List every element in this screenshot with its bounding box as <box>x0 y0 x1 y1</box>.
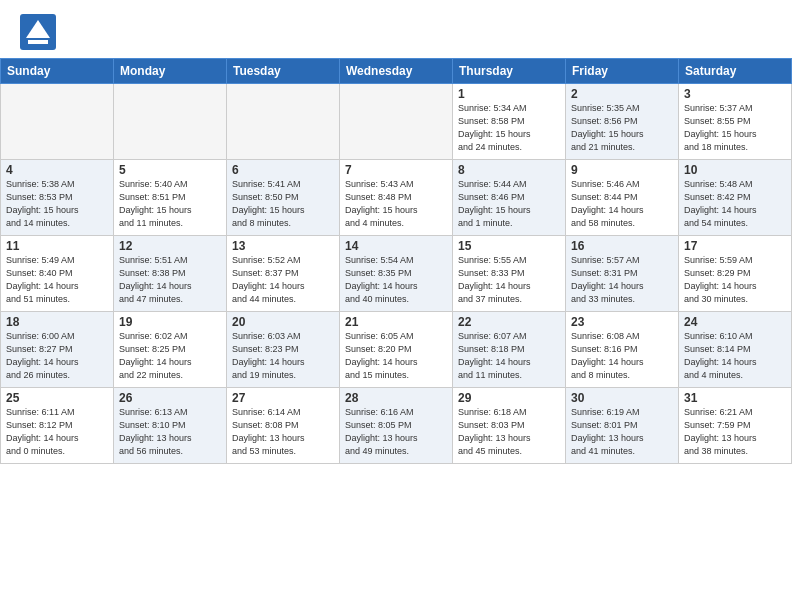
day-info: Sunrise: 5:51 AM Sunset: 8:38 PM Dayligh… <box>119 255 192 304</box>
day-info: Sunrise: 6:03 AM Sunset: 8:23 PM Dayligh… <box>232 331 305 380</box>
day-info: Sunrise: 6:21 AM Sunset: 7:59 PM Dayligh… <box>684 407 757 456</box>
day-info: Sunrise: 5:48 AM Sunset: 8:42 PM Dayligh… <box>684 179 757 228</box>
day-info: Sunrise: 5:37 AM Sunset: 8:55 PM Dayligh… <box>684 103 757 152</box>
day-number: 12 <box>119 239 221 253</box>
calendar-cell: 14Sunrise: 5:54 AM Sunset: 8:35 PM Dayli… <box>340 236 453 312</box>
calendar-header-wednesday: Wednesday <box>340 59 453 84</box>
calendar-header-thursday: Thursday <box>453 59 566 84</box>
calendar-cell <box>1 84 114 160</box>
day-number: 10 <box>684 163 786 177</box>
day-info: Sunrise: 5:34 AM Sunset: 8:58 PM Dayligh… <box>458 103 531 152</box>
day-number: 17 <box>684 239 786 253</box>
calendar-cell: 1Sunrise: 5:34 AM Sunset: 8:58 PM Daylig… <box>453 84 566 160</box>
calendar-cell: 15Sunrise: 5:55 AM Sunset: 8:33 PM Dayli… <box>453 236 566 312</box>
calendar-cell: 5Sunrise: 5:40 AM Sunset: 8:51 PM Daylig… <box>114 160 227 236</box>
calendar-cell: 18Sunrise: 6:00 AM Sunset: 8:27 PM Dayli… <box>1 312 114 388</box>
day-number: 28 <box>345 391 447 405</box>
calendar-cell: 2Sunrise: 5:35 AM Sunset: 8:56 PM Daylig… <box>566 84 679 160</box>
calendar: SundayMondayTuesdayWednesdayThursdayFrid… <box>0 58 792 464</box>
calendar-header-sunday: Sunday <box>1 59 114 84</box>
day-info: Sunrise: 6:16 AM Sunset: 8:05 PM Dayligh… <box>345 407 418 456</box>
day-info: Sunrise: 6:05 AM Sunset: 8:20 PM Dayligh… <box>345 331 418 380</box>
calendar-header-monday: Monday <box>114 59 227 84</box>
calendar-cell: 10Sunrise: 5:48 AM Sunset: 8:42 PM Dayli… <box>679 160 792 236</box>
calendar-cell: 12Sunrise: 5:51 AM Sunset: 8:38 PM Dayli… <box>114 236 227 312</box>
day-number: 14 <box>345 239 447 253</box>
day-number: 5 <box>119 163 221 177</box>
day-number: 21 <box>345 315 447 329</box>
calendar-cell: 29Sunrise: 6:18 AM Sunset: 8:03 PM Dayli… <box>453 388 566 464</box>
day-info: Sunrise: 6:19 AM Sunset: 8:01 PM Dayligh… <box>571 407 644 456</box>
calendar-week-1: 4Sunrise: 5:38 AM Sunset: 8:53 PM Daylig… <box>1 160 792 236</box>
day-info: Sunrise: 5:54 AM Sunset: 8:35 PM Dayligh… <box>345 255 418 304</box>
day-number: 9 <box>571 163 673 177</box>
day-info: Sunrise: 5:49 AM Sunset: 8:40 PM Dayligh… <box>6 255 79 304</box>
day-info: Sunrise: 6:02 AM Sunset: 8:25 PM Dayligh… <box>119 331 192 380</box>
calendar-cell: 27Sunrise: 6:14 AM Sunset: 8:08 PM Dayli… <box>227 388 340 464</box>
header <box>0 0 792 58</box>
day-info: Sunrise: 6:14 AM Sunset: 8:08 PM Dayligh… <box>232 407 305 456</box>
calendar-cell: 19Sunrise: 6:02 AM Sunset: 8:25 PM Dayli… <box>114 312 227 388</box>
calendar-header-saturday: Saturday <box>679 59 792 84</box>
logo-icon <box>20 14 56 50</box>
calendar-header-tuesday: Tuesday <box>227 59 340 84</box>
day-info: Sunrise: 6:18 AM Sunset: 8:03 PM Dayligh… <box>458 407 531 456</box>
svg-rect-2 <box>28 40 48 44</box>
calendar-cell: 21Sunrise: 6:05 AM Sunset: 8:20 PM Dayli… <box>340 312 453 388</box>
day-number: 1 <box>458 87 560 101</box>
day-number: 16 <box>571 239 673 253</box>
calendar-cell: 8Sunrise: 5:44 AM Sunset: 8:46 PM Daylig… <box>453 160 566 236</box>
day-number: 30 <box>571 391 673 405</box>
day-number: 29 <box>458 391 560 405</box>
day-number: 22 <box>458 315 560 329</box>
calendar-week-0: 1Sunrise: 5:34 AM Sunset: 8:58 PM Daylig… <box>1 84 792 160</box>
calendar-cell: 23Sunrise: 6:08 AM Sunset: 8:16 PM Dayli… <box>566 312 679 388</box>
day-info: Sunrise: 5:41 AM Sunset: 8:50 PM Dayligh… <box>232 179 305 228</box>
day-info: Sunrise: 5:57 AM Sunset: 8:31 PM Dayligh… <box>571 255 644 304</box>
calendar-week-4: 25Sunrise: 6:11 AM Sunset: 8:12 PM Dayli… <box>1 388 792 464</box>
calendar-cell: 3Sunrise: 5:37 AM Sunset: 8:55 PM Daylig… <box>679 84 792 160</box>
calendar-header-row: SundayMondayTuesdayWednesdayThursdayFrid… <box>1 59 792 84</box>
day-info: Sunrise: 5:55 AM Sunset: 8:33 PM Dayligh… <box>458 255 531 304</box>
day-info: Sunrise: 5:40 AM Sunset: 8:51 PM Dayligh… <box>119 179 192 228</box>
day-number: 2 <box>571 87 673 101</box>
day-number: 4 <box>6 163 108 177</box>
day-info: Sunrise: 6:08 AM Sunset: 8:16 PM Dayligh… <box>571 331 644 380</box>
day-info: Sunrise: 6:10 AM Sunset: 8:14 PM Dayligh… <box>684 331 757 380</box>
day-info: Sunrise: 5:44 AM Sunset: 8:46 PM Dayligh… <box>458 179 531 228</box>
day-info: Sunrise: 5:59 AM Sunset: 8:29 PM Dayligh… <box>684 255 757 304</box>
day-number: 31 <box>684 391 786 405</box>
calendar-cell: 6Sunrise: 5:41 AM Sunset: 8:50 PM Daylig… <box>227 160 340 236</box>
calendar-week-3: 18Sunrise: 6:00 AM Sunset: 8:27 PM Dayli… <box>1 312 792 388</box>
day-number: 23 <box>571 315 673 329</box>
day-info: Sunrise: 6:00 AM Sunset: 8:27 PM Dayligh… <box>6 331 79 380</box>
day-info: Sunrise: 5:52 AM Sunset: 8:37 PM Dayligh… <box>232 255 305 304</box>
day-number: 26 <box>119 391 221 405</box>
calendar-cell: 13Sunrise: 5:52 AM Sunset: 8:37 PM Dayli… <box>227 236 340 312</box>
day-number: 19 <box>119 315 221 329</box>
calendar-cell: 20Sunrise: 6:03 AM Sunset: 8:23 PM Dayli… <box>227 312 340 388</box>
calendar-cell: 28Sunrise: 6:16 AM Sunset: 8:05 PM Dayli… <box>340 388 453 464</box>
calendar-cell <box>114 84 227 160</box>
day-info: Sunrise: 6:07 AM Sunset: 8:18 PM Dayligh… <box>458 331 531 380</box>
day-number: 11 <box>6 239 108 253</box>
calendar-cell: 11Sunrise: 5:49 AM Sunset: 8:40 PM Dayli… <box>1 236 114 312</box>
day-info: Sunrise: 5:43 AM Sunset: 8:48 PM Dayligh… <box>345 179 418 228</box>
calendar-cell: 22Sunrise: 6:07 AM Sunset: 8:18 PM Dayli… <box>453 312 566 388</box>
day-number: 24 <box>684 315 786 329</box>
calendar-header-friday: Friday <box>566 59 679 84</box>
day-number: 20 <box>232 315 334 329</box>
day-number: 7 <box>345 163 447 177</box>
calendar-cell: 17Sunrise: 5:59 AM Sunset: 8:29 PM Dayli… <box>679 236 792 312</box>
day-info: Sunrise: 5:35 AM Sunset: 8:56 PM Dayligh… <box>571 103 644 152</box>
day-number: 3 <box>684 87 786 101</box>
day-number: 18 <box>6 315 108 329</box>
day-info: Sunrise: 6:13 AM Sunset: 8:10 PM Dayligh… <box>119 407 192 456</box>
day-info: Sunrise: 6:11 AM Sunset: 8:12 PM Dayligh… <box>6 407 79 456</box>
calendar-cell: 26Sunrise: 6:13 AM Sunset: 8:10 PM Dayli… <box>114 388 227 464</box>
logo <box>20 14 60 50</box>
calendar-cell <box>227 84 340 160</box>
calendar-cell: 7Sunrise: 5:43 AM Sunset: 8:48 PM Daylig… <box>340 160 453 236</box>
day-number: 13 <box>232 239 334 253</box>
day-number: 27 <box>232 391 334 405</box>
